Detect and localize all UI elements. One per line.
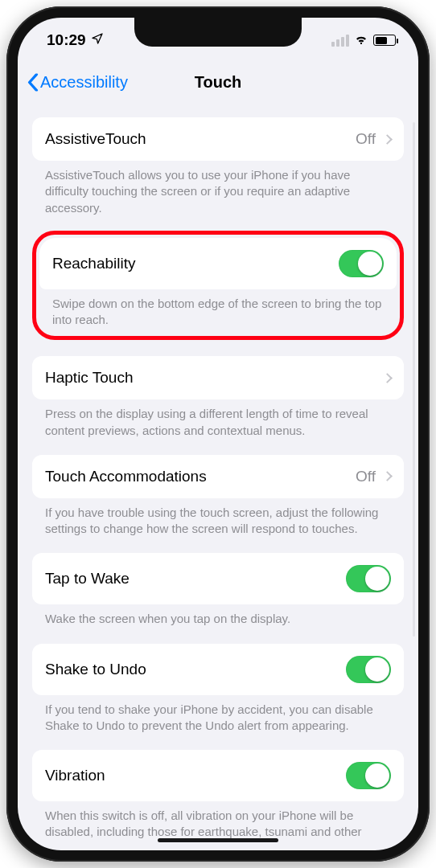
status-right: [331, 31, 396, 49]
chevron-left-icon: [27, 73, 39, 91]
footer-vibration: When this switch is off, all vibration o…: [32, 801, 404, 841]
scroll-indicator: [413, 122, 415, 637]
group-accommodations: Touch Accommodations Off If you have tro…: [32, 455, 404, 538]
highlight-reachability: Reachability Swipe down on the bottom ed…: [32, 231, 404, 341]
signal-icon: [331, 35, 349, 47]
group-shake: Shake to Undo If you tend to shake your …: [32, 644, 404, 735]
chevron-right-icon: [382, 373, 393, 383]
cell-label: Vibration: [45, 767, 105, 784]
cell-accommodations[interactable]: Touch Accommodations Off: [32, 455, 404, 498]
settings-content[interactable]: AssistiveTouch Off AssistiveTouch allows…: [18, 101, 418, 841]
footer-assistivetouch: AssistiveTouch allows you to use your iP…: [32, 161, 404, 216]
status-left: 10:29: [47, 31, 104, 49]
cell-right: [384, 375, 391, 382]
group-haptic: Haptic Touch Press on the display using …: [32, 356, 404, 439]
cell-label: AssistiveTouch: [45, 130, 146, 148]
cell-label: Reachability: [52, 255, 136, 272]
page-title: Touch: [195, 73, 242, 92]
cell-value: Off: [356, 130, 376, 148]
group-vibration: Vibration When this switch is off, all v…: [32, 750, 404, 841]
cell-assistivetouch[interactable]: AssistiveTouch Off: [32, 117, 404, 161]
footer-taptowake: Wake the screen when you tap on the disp…: [32, 604, 404, 627]
back-button[interactable]: Accessibility: [27, 73, 128, 92]
home-indicator[interactable]: [158, 838, 278, 842]
footer-accommodations: If you have trouble using the touch scre…: [32, 498, 404, 538]
group-taptowake: Tap to Wake Wake the screen when you tap…: [32, 553, 404, 627]
footer-reachability: Swipe down on the bottom edge of the scr…: [39, 289, 397, 334]
toggle-reachability[interactable]: [339, 250, 384, 277]
cell-taptowake[interactable]: Tap to Wake: [32, 553, 404, 604]
location-icon: [91, 31, 104, 49]
toggle-shake[interactable]: [346, 656, 391, 683]
cell-label: Shake to Undo: [45, 661, 146, 678]
toggle-knob: [365, 567, 389, 591]
screen: 10:29 Accessibility Touch: [18, 18, 418, 850]
toggle-taptowake[interactable]: [346, 565, 391, 592]
chevron-right-icon: [382, 134, 393, 145]
toggle-knob: [365, 764, 389, 788]
group-assistivetouch: AssistiveTouch Off AssistiveTouch allows…: [32, 117, 404, 216]
cell-label: Touch Accommodations: [45, 468, 207, 485]
footer-shake: If you tend to shake your iPhone by acci…: [32, 695, 404, 735]
nav-bar: Accessibility Touch: [18, 63, 418, 101]
toggle-knob: [358, 252, 382, 276]
cell-vibration[interactable]: Vibration: [32, 750, 404, 801]
toggle-knob: [365, 657, 389, 682]
back-label: Accessibility: [40, 73, 128, 92]
cell-shake[interactable]: Shake to Undo: [32, 644, 404, 695]
battery-icon: [373, 35, 396, 46]
device-frame: 10:29 Accessibility Touch: [6, 6, 430, 862]
cell-value: Off: [356, 468, 376, 485]
wifi-icon: [354, 31, 368, 49]
cell-haptic[interactable]: Haptic Touch: [32, 356, 404, 399]
chevron-right-icon: [382, 471, 393, 481]
notch: [134, 18, 302, 47]
cell-right: Off: [356, 468, 391, 485]
footer-haptic: Press on the display using a different l…: [32, 399, 404, 439]
cell-label: Haptic Touch: [45, 369, 134, 387]
toggle-vibration[interactable]: [346, 762, 391, 789]
status-time: 10:29: [47, 31, 86, 49]
cell-right: Off: [356, 130, 391, 148]
cell-label: Tap to Wake: [45, 570, 130, 588]
cell-reachability[interactable]: Reachability: [39, 238, 397, 289]
